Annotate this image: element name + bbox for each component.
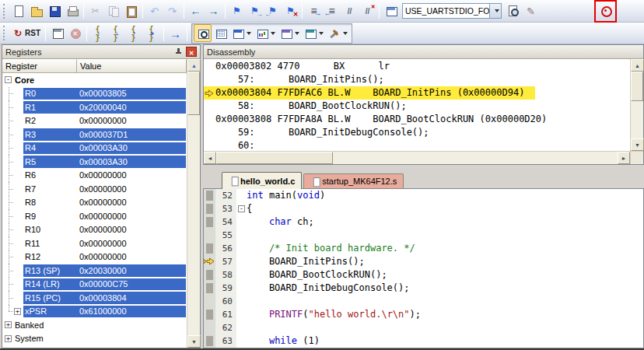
- register-group-banked[interactable]: +Banked: [2, 318, 187, 332]
- breakpoint-margin[interactable]: [204, 295, 215, 308]
- editor-line-62[interactable]: 62: [204, 321, 643, 334]
- breakpoint-margin[interactable]: [204, 321, 215, 334]
- registers-scrollbar[interactable]: [187, 59, 200, 348]
- register-row-r7[interactable]: R70x00000000: [2, 182, 187, 196]
- outdent-button[interactable]: [323, 2, 341, 20]
- go-button[interactable]: [166, 24, 184, 42]
- breakpoint-margin[interactable]: [204, 215, 215, 229]
- disassembly-line[interactable]: 59: BOARD_InitDebugConsole();: [204, 126, 630, 139]
- register-row-xpsr[interactable]: +xPSR0x61000000: [2, 305, 187, 319]
- breakpoint-margin[interactable]: [204, 255, 215, 268]
- tab-hello-world-c[interactable]: hello_world.c: [222, 172, 302, 189]
- auto-hide-pin-button[interactable]: [173, 47, 184, 58]
- source-window-button[interactable]: [194, 24, 212, 42]
- breakpoint-margin[interactable]: [204, 268, 215, 282]
- scrollbar-track[interactable]: [187, 115, 200, 335]
- indent-button[interactable]: [305, 2, 323, 20]
- editor-line-55[interactable]: 55: [204, 229, 643, 242]
- disassembly-line[interactable]: 0x00003808 F7FDFA8A BL.W BOARD_BootClock…: [204, 113, 630, 126]
- scroll-up-icon[interactable]: [187, 59, 201, 72]
- browse-symbols-button[interactable]: [382, 2, 400, 20]
- breakpoint-margin[interactable]: [204, 189, 215, 202]
- expand-icon[interactable]: +: [5, 335, 12, 342]
- scrollbar-track[interactable]: [631, 101, 643, 138]
- disassembly-vertical-scrollbar[interactable]: [630, 59, 643, 151]
- combo-dropdown-button[interactable]: [489, 4, 501, 18]
- toolbar-grip[interactable]: [3, 26, 6, 40]
- register-row-r0[interactable]: R00x00003805: [2, 87, 187, 101]
- editor-line-57[interactable]: 57 BOARD_InitPins();: [204, 255, 643, 268]
- scroll-right-icon[interactable]: [618, 152, 630, 164]
- register-row-r11[interactable]: R110x00000000: [2, 236, 187, 250]
- scroll-down-icon[interactable]: [631, 138, 644, 151]
- show-next-statement-button[interactable]: [48, 24, 66, 42]
- step-over-button[interactable]: [107, 24, 125, 42]
- scroll-up-icon[interactable]: [631, 59, 644, 72]
- editor-line-60[interactable]: 60: [204, 295, 643, 308]
- register-group-system[interactable]: +System: [2, 332, 187, 346]
- editor-line-59[interactable]: 59 BOARD_InitDebugConsole();: [204, 282, 643, 295]
- editor-line-54[interactable]: 54 char ch;: [204, 215, 643, 229]
- expand-icon[interactable]: +: [5, 321, 12, 328]
- register-row-r3[interactable]: R30x000037D1: [2, 128, 187, 142]
- breakpoint-margin[interactable]: [204, 242, 215, 255]
- disassembly-content[interactable]: 0x00003802 4770 BX lr 57: BOARD_InitPins…: [204, 59, 630, 151]
- register-row-r14-lr[interactable]: R14 (LR)0x00000C75: [2, 278, 187, 292]
- step-out-button[interactable]: [125, 24, 143, 42]
- save-button[interactable]: [45, 2, 63, 20]
- scroll-left-icon[interactable]: [204, 152, 216, 164]
- editor-line-56[interactable]: 56 /* Init board hardware. */: [204, 242, 643, 255]
- fold-collapse-icon[interactable]: -: [238, 205, 245, 212]
- editor-line-53[interactable]: 53-{: [204, 202, 643, 215]
- column-header-value[interactable]: Value: [77, 59, 187, 72]
- register-window-button[interactable]: [229, 24, 254, 42]
- scrollbar-thumb[interactable]: [631, 72, 643, 101]
- disassembly-line[interactable]: 58: BOARD_BootClockRUN();: [204, 100, 630, 113]
- breakpoint-margin[interactable]: [204, 282, 215, 295]
- register-row-r8[interactable]: R80x00000000: [2, 196, 187, 210]
- breakpoint-margin[interactable]: [204, 229, 215, 242]
- breakpoint-margin[interactable]: [204, 308, 215, 321]
- editor-line-61[interactable]: 61 PRINTF("hello world.\r\n");: [204, 308, 643, 321]
- tools-button[interactable]: [326, 24, 350, 42]
- register-row-r4[interactable]: R40x00003A30: [2, 142, 187, 156]
- toggle-bookmark-button[interactable]: [228, 2, 246, 20]
- editor-content[interactable]: 52int main(void)53-{54 char ch;5556 /* I…: [203, 188, 644, 348]
- search-text-combo[interactable]: USE_UARTSTDIO_FOR_EF: [402, 3, 502, 19]
- print-button[interactable]: [63, 2, 81, 20]
- collapse-icon[interactable]: -: [5, 76, 12, 83]
- uncomment-button[interactable]: [359, 2, 376, 20]
- memory-window-button[interactable]: [212, 24, 229, 42]
- editor-line-58[interactable]: 58 BOARD_BootClockRUN();: [204, 268, 643, 282]
- disassembly-horizontal-scrollbar[interactable]: [204, 151, 630, 164]
- editor-line-52[interactable]: 52int main(void): [204, 189, 643, 202]
- register-group-core[interactable]: -Core: [2, 73, 187, 87]
- paste-button[interactable]: [122, 2, 140, 20]
- register-row-r5[interactable]: R50x00003A30: [2, 155, 187, 169]
- previous-bookmark-button[interactable]: [264, 2, 282, 20]
- register-row-r2[interactable]: R20x00000000: [2, 114, 187, 128]
- clear-bookmarks-button[interactable]: [282, 2, 299, 20]
- register-row-r13-sp[interactable]: R13 (SP)0x20030000: [2, 264, 187, 278]
- register-row-r6[interactable]: R60x00000000: [2, 169, 187, 183]
- search-options-button[interactable]: [597, 2, 614, 20]
- disassembly-line[interactable]: 60:: [204, 139, 630, 151]
- close-panel-button[interactable]: [186, 47, 197, 57]
- disassembly-line[interactable]: 0x00003802 4770 BX lr: [204, 60, 630, 73]
- scrollbar-thumb[interactable]: [216, 152, 333, 164]
- breakpoint-margin[interactable]: [204, 334, 215, 348]
- open-file-button[interactable]: [27, 2, 45, 20]
- scroll-down-icon[interactable]: [187, 335, 201, 348]
- comment-button[interactable]: [341, 2, 359, 20]
- next-bookmark-button[interactable]: [246, 2, 264, 20]
- new-file-button[interactable]: [9, 2, 27, 20]
- register-row-r9[interactable]: R90x00000000: [2, 209, 187, 223]
- register-row-r10[interactable]: R100x00000000: [2, 223, 187, 237]
- register-row-r12[interactable]: R120x00000000: [2, 250, 187, 264]
- breakpoints-window-button[interactable]: [278, 24, 302, 42]
- breakpoint-margin[interactable]: [204, 202, 215, 215]
- step-instruction-button[interactable]: [143, 24, 161, 42]
- toolbar-grip[interactable]: [3, 4, 6, 19]
- register-row-r15-pc[interactable]: R15 (PC)0x00003804: [2, 291, 187, 305]
- expand-icon[interactable]: +: [14, 308, 21, 315]
